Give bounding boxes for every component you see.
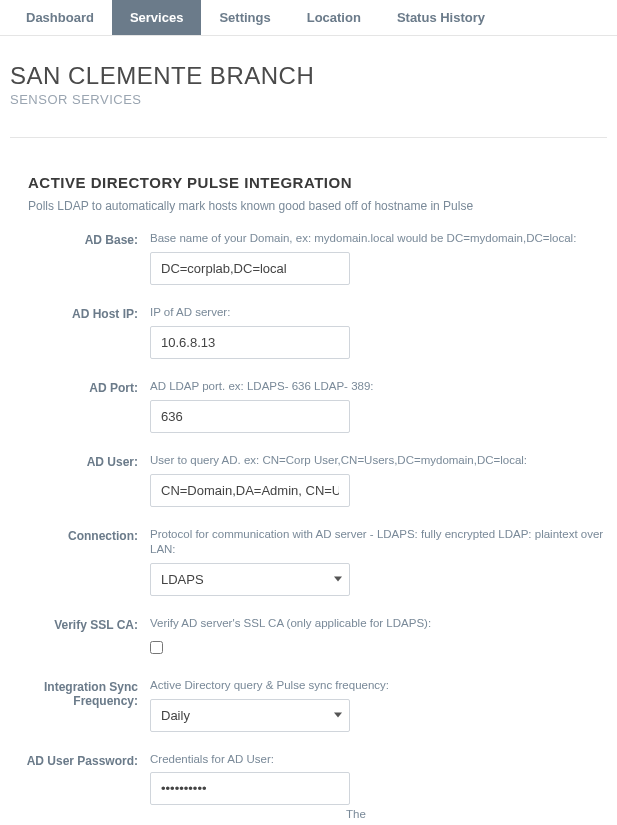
- ad-base-input[interactable]: [150, 252, 350, 285]
- ad-user-input[interactable]: [150, 474, 350, 507]
- ad-port-label: AD Port:: [10, 379, 150, 395]
- connection-help: Protocol for communication with AD serve…: [150, 527, 607, 557]
- tab-services[interactable]: Services: [112, 0, 202, 35]
- ad-user-label: AD User:: [10, 453, 150, 469]
- connection-select[interactable]: LDAPS: [150, 563, 350, 596]
- divider: [10, 137, 607, 138]
- tab-location[interactable]: Location: [289, 0, 379, 35]
- section-heading: ACTIVE DIRECTORY PULSE INTEGRATION: [28, 174, 607, 191]
- ad-password-input[interactable]: [150, 772, 350, 805]
- section-description: Polls LDAP to automatically mark hosts k…: [28, 199, 607, 213]
- tab-bar: Dashboard Services Settings Location Sta…: [0, 0, 617, 36]
- sync-freq-help: Active Directory query & Pulse sync freq…: [150, 678, 607, 693]
- tab-dashboard[interactable]: Dashboard: [8, 0, 112, 35]
- ad-user-help: User to query AD. ex: CN=Corp User,CN=Us…: [150, 453, 607, 468]
- ad-form: AD Base: Base name of your Domain, ex: m…: [10, 231, 607, 825]
- sync-freq-select[interactable]: Daily: [150, 699, 350, 732]
- ad-host-ip-label: AD Host IP:: [10, 305, 150, 321]
- verify-ssl-help: Verify AD server's SSL CA (only applicab…: [150, 616, 607, 631]
- ad-password-help: Credentials for AD User:: [150, 752, 607, 767]
- page-subtitle: SENSOR SERVICES: [10, 92, 607, 107]
- verify-ssl-checkbox[interactable]: [150, 641, 163, 654]
- ad-password-label: AD User Password:: [10, 752, 150, 768]
- ad-password-note: The placeholder content does not contain…: [150, 807, 450, 825]
- verify-ssl-label: Verify SSL CA:: [10, 616, 150, 632]
- connection-label: Connection:: [10, 527, 150, 543]
- sync-freq-label: Integration Sync Frequency:: [10, 678, 150, 708]
- page-title: SAN CLEMENTE BRANCH: [10, 62, 607, 90]
- tab-settings[interactable]: Settings: [201, 0, 288, 35]
- ad-host-ip-help: IP of AD server:: [150, 305, 607, 320]
- tab-status-history[interactable]: Status History: [379, 0, 503, 35]
- ad-port-help: AD LDAP port. ex: LDAPS- 636 LDAP- 389:: [150, 379, 607, 394]
- ad-base-label: AD Base:: [10, 231, 150, 247]
- ad-host-ip-input[interactable]: [150, 326, 350, 359]
- ad-port-input[interactable]: [150, 400, 350, 433]
- ad-base-help: Base name of your Domain, ex: mydomain.l…: [150, 231, 607, 246]
